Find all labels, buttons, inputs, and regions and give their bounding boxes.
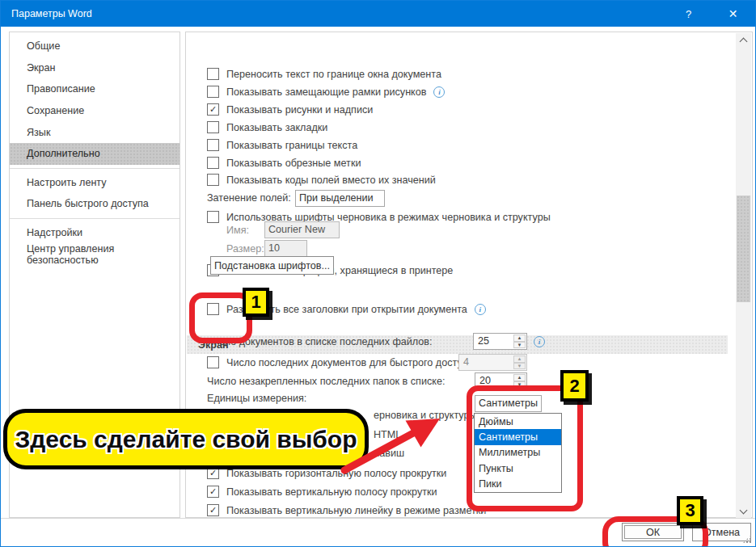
- sidebar-item-add-ins[interactable]: Надстройки: [10, 222, 179, 244]
- scrollbar-thumb[interactable]: [737, 196, 750, 302]
- checkbox-label: Показывать вертикальную линейку в режиме…: [226, 505, 486, 516]
- scroll-up-button[interactable]: [736, 33, 751, 47]
- close-button[interactable]: ✕: [715, 1, 751, 27]
- annotation-banner: Здесь сделайте свой выбор: [3, 409, 369, 469]
- checkbox-vertical-ruler-checked[interactable]: ✓: [207, 504, 219, 516]
- sidebar-item-save[interactable]: Сохранение: [10, 100, 179, 122]
- draft-font-name-label-row: Имя:: [226, 223, 249, 237]
- checkbox-label: Показывать вертикальную полосу прокрутки: [226, 486, 437, 498]
- font-name-value: Courier New: [265, 222, 339, 238]
- checkbox-draft-fonts[interactable]: [207, 211, 219, 223]
- annotation-circle-units-dropdown: [467, 385, 583, 511]
- option-row-text-boundaries: Показывать границы текста: [207, 138, 357, 152]
- font-size-value: 10: [265, 241, 306, 256]
- checkbox-label: Переносить текст по границе окна докумен…: [226, 69, 441, 80]
- spinner-down-icon: ▼: [513, 363, 526, 370]
- font-name-dropdown-disabled: Courier New: [264, 221, 340, 238]
- font-size-dropdown-disabled: 10: [264, 240, 307, 257]
- option-row-crop-marks: Показывать обрезные метки: [207, 156, 361, 170]
- obscured-label-fragment: лавиш: [374, 448, 404, 459]
- sidebar-separator: [10, 218, 179, 219]
- sidebar-separator: [10, 168, 179, 169]
- field-shading-value: При выделении: [296, 191, 384, 206]
- field-shading-label: Затенение полей:: [207, 192, 291, 204]
- sidebar-item-display[interactable]: Экран: [10, 57, 179, 79]
- sidebar-item-quick-access-toolbar[interactable]: Панель быстрого доступа: [10, 193, 179, 215]
- sidebar-item-language[interactable]: Язык: [10, 121, 179, 143]
- recent-folders-label: Число незакрепленных последних папок в с…: [207, 376, 445, 387]
- spinner-up-icon[interactable]: ▲: [513, 335, 526, 342]
- checkbox-field-codes[interactable]: [207, 174, 219, 186]
- option-row-vertical-ruler: ✓ Показывать вертикальную линейку в режи…: [207, 503, 486, 517]
- option-row-wrap-text: Переносить текст по границе окна докумен…: [207, 67, 441, 81]
- option-row-picture-placeholders: Показывать замещающие рамки рисунков i: [207, 85, 445, 99]
- checkbox-label: Показывать обрезные метки: [226, 158, 361, 169]
- info-icon: i: [534, 336, 545, 347]
- info-icon: i: [475, 304, 486, 315]
- sidebar-item-proofing[interactable]: Правописание: [10, 78, 179, 100]
- quick-access-spinner-disabled: 4 ▲▼: [458, 354, 527, 371]
- badge-number: 2: [569, 376, 579, 397]
- checkbox-vertical-scrollbar-checked[interactable]: ✓: [207, 486, 219, 498]
- cancel-label: Отмена: [703, 527, 740, 538]
- spinner-down-icon[interactable]: ▼: [513, 342, 526, 349]
- obscured-label-fragment: ерновика и структуры: [374, 410, 477, 421]
- option-row-show-drawings: ✓ Показывать рисунки и надписи: [207, 103, 373, 116]
- sidebar-item-customize-ribbon[interactable]: Настроить ленту: [10, 172, 179, 194]
- info-icon: i: [433, 86, 445, 98]
- option-row-show-bookmarks: Показывать закладки: [207, 120, 327, 134]
- chevron-down-icon: [740, 506, 748, 514]
- dialog-title: Параметры Word: [11, 8, 92, 19]
- badge-number: 1: [251, 292, 260, 313]
- title-bar: Параметры Word: [1, 1, 755, 27]
- checkbox-show-bookmarks[interactable]: [207, 121, 219, 133]
- font-size-label: Размер:: [226, 243, 264, 255]
- help-icon: ?: [686, 8, 691, 20]
- spinner-value: 25: [474, 334, 513, 349]
- checkbox-wrap-text[interactable]: [207, 68, 219, 80]
- help-button[interactable]: ?: [670, 1, 707, 27]
- badge-number: 3: [685, 500, 695, 521]
- vertical-scrollbar[interactable]: [736, 33, 751, 518]
- recent-folders-row: Число незакрепленных последних папок в с…: [207, 374, 445, 388]
- checkbox-label: Показывать коды полей вместо их значений: [226, 175, 436, 186]
- scroll-down-button[interactable]: [736, 504, 751, 518]
- close-icon: ✕: [729, 7, 738, 20]
- check-icon: ✓: [209, 506, 217, 515]
- word-options-dialog: Параметры Word ? ✕ Общие Экран Правописа…: [0, 0, 756, 547]
- sidebar-item-advanced-selected[interactable]: Дополнительно: [10, 143, 179, 165]
- units-row: Единицы измерения:: [207, 391, 306, 405]
- checkbox-label: Показывать закладки: [226, 122, 327, 133]
- spinner-value: 4: [459, 355, 513, 370]
- font-name-label: Имя:: [226, 225, 249, 236]
- checkbox-label: Показывать рисунки и надписи: [226, 104, 373, 116]
- button-label: Подстановка шрифтов...: [214, 260, 330, 271]
- sidebar-item-general[interactable]: Общие: [10, 36, 179, 57]
- checkbox-show-drawings-checked[interactable]: ✓: [207, 103, 219, 116]
- option-row-vertical-scrollbar: ✓ Показывать вертикальную полосу прокрут…: [207, 485, 437, 499]
- obscured-label-fragment: HTML: [374, 429, 401, 440]
- sidebar-item-trust-center[interactable]: Центр управления безопасностью: [10, 243, 179, 265]
- annotation-step-3-badge: 3: [677, 496, 703, 525]
- spinner-up-icon: ▲: [513, 356, 526, 363]
- draft-fonts-row: Использовать шрифты черновика в режимах …: [207, 210, 551, 224]
- checkbox-picture-placeholders[interactable]: [207, 86, 219, 98]
- checkbox-quick-access[interactable]: [207, 356, 219, 368]
- quick-access-row: Число последних документов для быстрого …: [207, 356, 476, 369]
- font-substitution-button[interactable]: Подстановка шрифтов...: [210, 256, 334, 275]
- annotation-step-1-badge: 1: [243, 288, 269, 317]
- checkbox-label: Показывать замещающие рамки рисунков: [226, 86, 426, 98]
- field-shading-dropdown[interactable]: При выделении: [295, 190, 385, 207]
- option-row-field-codes: Показывать коды полей вместо их значений: [207, 173, 436, 187]
- spinner-up-icon[interactable]: ▲: [513, 374, 526, 381]
- units-label: Единицы измерения:: [207, 393, 306, 404]
- chevron-up-icon: [740, 37, 748, 45]
- banner-text: Здесь сделайте свой выбор: [15, 426, 357, 453]
- checkbox-text-boundaries[interactable]: [207, 139, 219, 151]
- draft-font-size-label-row: Размер:: [226, 242, 264, 255]
- checkbox-crop-marks[interactable]: [207, 157, 219, 169]
- check-icon: ✓: [209, 469, 217, 478]
- recent-files-spinner[interactable]: 25 ▲▼: [473, 333, 527, 350]
- check-icon: ✓: [209, 105, 217, 114]
- field-shading-row: Затенение полей:: [207, 191, 291, 204]
